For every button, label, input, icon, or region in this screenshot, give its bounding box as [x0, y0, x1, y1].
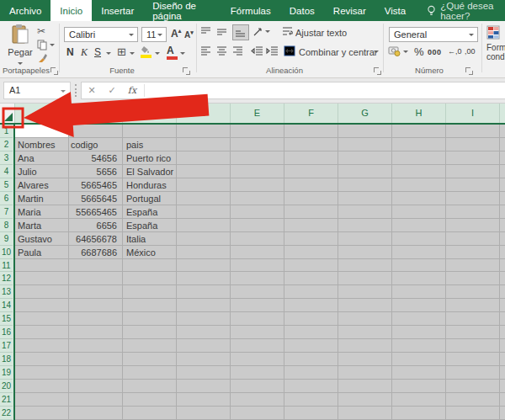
tab-vista[interactable]: Vista [375, 0, 415, 21]
row-header-3[interactable]: 3 [0, 152, 13, 165]
font-color-icon[interactable]: A [167, 45, 174, 56]
col-header-D[interactable]: D [177, 104, 231, 123]
col-header-F[interactable]: F [284, 104, 338, 123]
col-header-E[interactable]: E [231, 104, 284, 123]
orientation-dropdown-icon[interactable] [265, 30, 270, 33]
decrease-decimal-button[interactable]: ,00 [465, 47, 476, 56]
tab-datos[interactable]: Datos [280, 0, 324, 21]
cell-C7[interactable]: España [125, 205, 276, 219]
conditional-formatting-button[interactable]: Form condic [486, 25, 505, 61]
cell-B5[interactable]: 5665465 [69, 178, 120, 192]
cell-C5[interactable]: Honduras [125, 178, 276, 192]
col-header-B[interactable]: B [69, 104, 123, 123]
clipboard-dialog-launcher-icon[interactable] [50, 67, 58, 75]
row-header-12[interactable]: 12 [0, 272, 13, 285]
cell-B2[interactable]: codigo [69, 138, 120, 152]
copy-dropdown-icon[interactable] [50, 44, 55, 46]
row-header-4[interactable]: 4 [0, 165, 13, 178]
bold-button[interactable]: N [66, 46, 74, 58]
row-header-9[interactable]: 9 [0, 232, 13, 246]
row-header-21[interactable]: 21 [0, 393, 13, 407]
cell-A6[interactable]: Martin [15, 192, 68, 205]
align-top-icon[interactable] [200, 26, 212, 37]
align-center-icon[interactable] [216, 45, 228, 56]
cell-B8[interactable]: 6656 [69, 219, 120, 232]
name-box[interactable]: A1 [3, 82, 71, 99]
cell-B9[interactable]: 64656678 [69, 232, 120, 246]
active-cell-A1[interactable] [15, 125, 68, 137]
align-right-icon[interactable] [232, 45, 244, 56]
row-header-8[interactable]: 8 [0, 219, 13, 232]
row-header-1[interactable]: 1 [0, 125, 13, 138]
percent-style-button[interactable]: % [414, 45, 424, 58]
cancel-icon[interactable]: ✕ [82, 85, 102, 96]
cell-A3[interactable]: Ana [15, 152, 68, 165]
row-header-20[interactable]: 20 [0, 380, 13, 393]
select-all-button[interactable] [0, 104, 15, 123]
tab-diseno-de-pagina[interactable]: Diseño de página [143, 0, 221, 21]
cell-C3[interactable]: Puerto rico [125, 152, 276, 165]
row-header-7[interactable]: 7 [0, 205, 13, 219]
cell-B4[interactable]: 5656 [69, 165, 120, 178]
cell-C9[interactable]: Italia [125, 232, 276, 246]
format-painter-icon[interactable] [37, 53, 48, 64]
col-header-G[interactable]: G [338, 104, 392, 123]
cell-A4[interactable]: Julio [15, 165, 68, 178]
tab-inicio[interactable]: Inicio [50, 0, 92, 21]
tab-archivo[interactable]: Archivo [0, 0, 50, 21]
paste-dropdown-icon[interactable] [18, 62, 23, 65]
borders-dropdown-icon[interactable] [130, 52, 135, 55]
insert-function-icon[interactable]: fx [122, 85, 142, 96]
cell-C8[interactable]: España [125, 219, 276, 232]
cell-C2[interactable]: pais [125, 138, 276, 152]
cell-A10[interactable]: Paula [15, 246, 68, 259]
align-bottom-icon[interactable] [232, 24, 249, 40]
grow-font-button[interactable]: A▴ [171, 28, 181, 40]
cell-A8[interactable]: Marta [15, 219, 68, 232]
font-dialog-launcher-icon[interactable] [183, 67, 190, 75]
font-color-dropdown-icon[interactable] [180, 52, 185, 55]
wrap-text-label[interactable]: Ajustar texto [295, 28, 347, 38]
cell-B10[interactable]: 6687686 [69, 246, 120, 259]
row-header-22[interactable]: 22 [0, 407, 13, 420]
tell-me-box[interactable]: ¿Qué desea hacer? [427, 0, 505, 21]
wrap-text-icon[interactable] [282, 26, 294, 37]
cells-area[interactable]: Nombres codigo pais Ana 54656 Puerto ric… [15, 125, 505, 420]
copy-icon[interactable] [37, 40, 48, 51]
cell-B6[interactable]: 5665645 [69, 192, 120, 205]
cell-A5[interactable]: Alvares [15, 178, 68, 192]
fill-color-dropdown-icon[interactable] [155, 52, 160, 55]
cell-A9[interactable]: Gustavo [15, 232, 68, 246]
accounting-dropdown-icon[interactable] [403, 51, 408, 53]
row-header-17[interactable]: 17 [0, 339, 13, 353]
col-header-H[interactable]: H [392, 104, 446, 123]
underline-dropdown-icon[interactable] [106, 52, 111, 55]
row-header-10[interactable]: 10 [0, 246, 13, 259]
paste-button[interactable]: Pegar [5, 24, 35, 64]
align-left-icon[interactable] [200, 45, 212, 56]
row-header-13[interactable]: 13 [0, 285, 13, 299]
row-header-19[interactable]: 19 [0, 366, 13, 380]
fill-color-icon[interactable] [141, 45, 152, 55]
align-middle-icon[interactable] [216, 26, 228, 37]
col-header-I[interactable]: I [446, 104, 500, 123]
merge-center-icon[interactable] [284, 45, 296, 56]
row-header-11[interactable]: 11 [0, 259, 13, 273]
row-header-15[interactable]: 15 [0, 312, 13, 326]
merge-center-label[interactable]: Combinar y centrar [299, 47, 378, 57]
increase-indent-icon[interactable] [266, 45, 279, 56]
col-header-C[interactable]: C [123, 104, 177, 123]
cell-B3[interactable]: 54656 [69, 152, 120, 165]
row-header-6[interactable]: 6 [0, 192, 13, 205]
number-format-select[interactable]: General [389, 27, 478, 42]
italic-button[interactable]: K [81, 46, 88, 59]
merge-center-dropdown-icon[interactable] [374, 51, 379, 53]
row-header-2[interactable]: 2 [0, 138, 13, 152]
tab-insertar[interactable]: Insertar [92, 0, 143, 21]
underline-button[interactable]: S [94, 46, 101, 58]
cell-A7[interactable]: Maria [15, 205, 68, 219]
name-box-dropdown-icon[interactable] [61, 90, 66, 93]
tab-revisar[interactable]: Revisar [324, 0, 375, 21]
alignment-dialog-launcher-icon[interactable] [374, 67, 381, 75]
comma-style-button[interactable]: 000 [428, 48, 442, 56]
